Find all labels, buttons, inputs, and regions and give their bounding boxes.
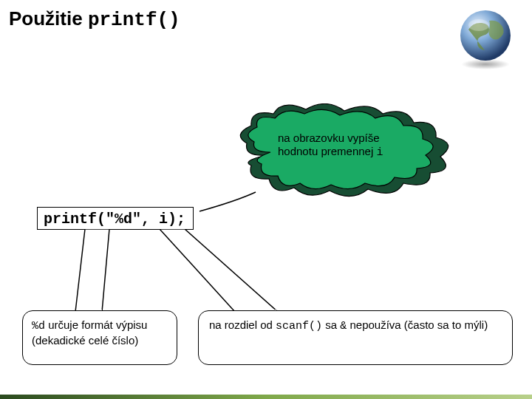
slide-title: Použitie printf() xyxy=(9,7,180,31)
title-code: printf() xyxy=(88,9,180,31)
callout-scanf-p1: na rozdiel od xyxy=(209,318,276,331)
svg-marker-3 xyxy=(160,229,278,312)
cloud-callout: na obrazovku vypíše hodnotu premennej i xyxy=(236,103,458,203)
tail-right xyxy=(154,229,301,312)
code-box: printf("%d", i); xyxy=(37,207,194,230)
callout-scanf-p2: sa xyxy=(322,318,340,331)
code-content: printf("%d", i); xyxy=(44,211,185,228)
cloud-tail xyxy=(192,191,281,220)
callout-scanf-p3: nepoužíva (často sa to mýli) xyxy=(347,318,488,331)
svg-point-0 xyxy=(460,10,511,61)
callout-format-text: určuje formát výpisu (dekadické celé čís… xyxy=(32,318,147,347)
callout-scanf-code1: scanf() xyxy=(276,320,322,332)
svg-marker-2 xyxy=(75,229,109,312)
callout-format-code: %d xyxy=(32,320,45,332)
cloud-text: na obrazovku vypíše hodnotu premennej i xyxy=(278,132,420,160)
callout-scanf-code2: & xyxy=(340,320,347,332)
globe-image xyxy=(457,7,514,65)
globe-icon xyxy=(457,7,514,65)
svg-point-1 xyxy=(468,19,489,31)
callout-scanf: na rozdiel od scanf() sa & nepoužíva (ča… xyxy=(198,310,513,365)
callout-format: %d určuje formát výpisu (dekadické celé … xyxy=(22,310,177,365)
cloud-line1: na obrazovku vypíše xyxy=(278,132,380,144)
title-prefix: Použitie xyxy=(9,7,88,30)
cloud-line2-code: i xyxy=(376,146,383,159)
footer-band xyxy=(0,395,532,399)
tail-left xyxy=(66,229,133,312)
cloud-line2-prefix: hodnotu premennej xyxy=(278,145,376,157)
